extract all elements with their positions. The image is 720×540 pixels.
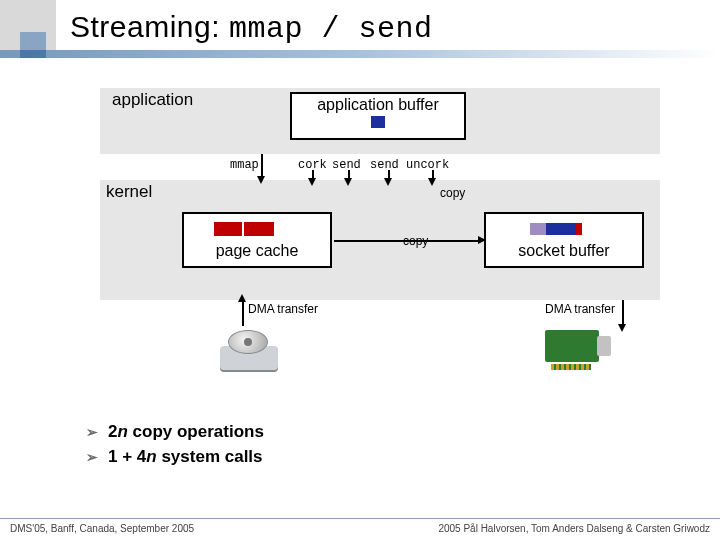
page-cache-block-1 (214, 222, 242, 236)
slide-title-mono: mmap / send (229, 12, 433, 46)
header-gradient-bar (0, 50, 720, 58)
slide-header: Streaming: mmap / send (0, 0, 720, 52)
bullet-chevron-icon: ➢ (86, 447, 98, 467)
summary-bullets: ➢ 2n copy operations ➢ 1 + 4n system cal… (86, 420, 264, 469)
syscall-send-label-2: send (370, 158, 399, 172)
socket-buffer-segment-3 (576, 223, 582, 235)
dma-transfer-label-nic: DMA transfer (545, 302, 615, 316)
page-cache-label: page cache (184, 242, 330, 260)
page-cache-block-2 (244, 222, 274, 236)
syscall-send-label-1: send (332, 158, 361, 172)
page-cache-box: page cache (182, 212, 332, 268)
mmap-arrow-line (261, 154, 263, 176)
socket-buffer-segment-1 (530, 223, 546, 235)
slide-title: Streaming: mmap / send (0, 10, 720, 46)
send2-arrow-head-icon (384, 178, 392, 186)
footer-right: 2005 Pål Halvorsen, Tom Anders Dalseng &… (438, 523, 710, 534)
dma-disk-arrow-head-icon (238, 294, 246, 302)
kernel-layer-label: kernel (106, 182, 152, 202)
cork-arrow-head-icon (308, 178, 316, 186)
hard-disk-icon (220, 326, 290, 376)
bullet-copy-operations: ➢ 2n copy operations (86, 420, 264, 445)
syscall-mmap-label: mmap (230, 158, 259, 172)
dma-nic-arrow-head-icon (618, 324, 626, 332)
bullet1-var: n (117, 422, 127, 441)
syscall-uncork-label: uncork (406, 158, 449, 172)
network-card-icon (545, 326, 613, 372)
slide-title-plain: Streaming: (70, 10, 229, 43)
dma-transfer-label-disk: DMA transfer (248, 302, 318, 316)
socket-buffer-box: socket buffer (484, 212, 644, 268)
slide-footer: DMS'05, Banff, Canada, September 2005 20… (0, 518, 720, 540)
socket-buffer-label: socket buffer (486, 242, 642, 260)
mmap-arrow-head-icon (257, 176, 265, 184)
uncork-arrow-head-icon (428, 178, 436, 186)
bullet1-rest: copy operations (128, 422, 264, 441)
send1-arrow-head-icon (344, 178, 352, 186)
footer-left: DMS'05, Banff, Canada, September 2005 (10, 523, 194, 534)
bullet-chevron-icon: ➢ (86, 422, 98, 442)
dma-disk-arrow-line (242, 300, 244, 326)
application-layer-label: application (112, 90, 193, 110)
application-buffer-box: application buffer (290, 92, 466, 140)
bullet-system-calls: ➢ 1 + 4n system calls (86, 445, 264, 470)
bullet2-rest: system calls (157, 447, 263, 466)
application-buffer-label: application buffer (292, 96, 464, 114)
dma-nic-arrow-line (622, 300, 624, 326)
app-buffer-data-block (371, 116, 385, 128)
copy-label-app-to-socket: copy (440, 186, 465, 200)
bullet2-prefix: 1 + 4 (108, 447, 146, 466)
copy-arrow-line (334, 240, 480, 242)
socket-buffer-segment-2 (546, 223, 576, 235)
bullet2-var: n (146, 447, 156, 466)
copy-arrow-head-icon (478, 236, 486, 244)
